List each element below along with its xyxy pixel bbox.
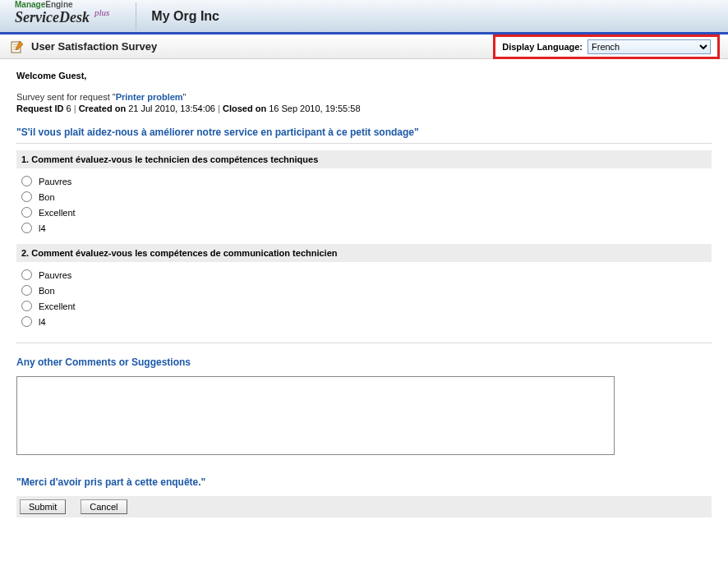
- comments-textarea[interactable]: [16, 376, 615, 455]
- action-bar: Submit Cancel: [16, 496, 712, 517]
- brand-engine: Engine: [45, 0, 72, 9]
- divider: [136, 2, 136, 30]
- q1-option[interactable]: Excellent: [21, 205, 710, 220]
- q1-option[interactable]: l4: [21, 220, 710, 236]
- q2-option[interactable]: Pauvres: [21, 267, 710, 283]
- language-label: Display Language:: [502, 42, 583, 52]
- q2-option[interactable]: l4: [21, 314, 710, 329]
- submit-button[interactable]: Submit: [20, 499, 66, 514]
- thanks-message: "Merci d'avoir pris part à cette enquête…: [16, 476, 712, 488]
- survey-content: Welcome Guest, Survey sent for request "…: [0, 59, 728, 534]
- survey-meta-line2: Request ID 6 | Created on 21 Jul 2010, 1…: [16, 103, 712, 113]
- app-logo: ManageEngine ServiceDesk plus: [0, 0, 121, 32]
- q2-radio[interactable]: [21, 269, 32, 280]
- language-select[interactable]: French: [587, 39, 711, 54]
- question-1-options: Pauvres Bon Excellent l4: [16, 168, 712, 244]
- app-header: ManageEngine ServiceDesk plus My Org Inc: [0, 0, 728, 34]
- org-name: My Org Inc: [151, 9, 219, 24]
- cancel-button[interactable]: Cancel: [81, 499, 127, 514]
- q1-option[interactable]: Pauvres: [21, 173, 710, 189]
- q1-radio[interactable]: [21, 223, 32, 233]
- welcome-text: Welcome Guest,: [16, 71, 712, 80]
- survey-intro: "S'il vous plaît aidez-nous à améliorer …: [16, 126, 712, 144]
- comments-heading: Any other Comments or Suggestions: [16, 343, 712, 368]
- q2-radio[interactable]: [21, 301, 32, 311]
- q1-option[interactable]: Bon: [21, 189, 710, 205]
- q2-option[interactable]: Excellent: [21, 298, 710, 314]
- question-1-heading: 1. Comment évaluez-vous le technicien de…: [16, 150, 712, 168]
- question-2-heading: 2. Comment évaluez-vous les compétences …: [16, 244, 712, 262]
- q1-radio[interactable]: [21, 191, 32, 202]
- survey-icon: [10, 39, 25, 54]
- language-selector-box: Display Language: French: [493, 34, 720, 59]
- q1-radio[interactable]: [21, 207, 32, 218]
- brand-servicedesk: ServiceDesk: [15, 9, 90, 26]
- request-title: Printer problem: [116, 92, 183, 102]
- q2-radio[interactable]: [21, 285, 32, 296]
- survey-meta-line1: Survey sent for request "Printer problem…: [16, 92, 712, 102]
- brand-plus: plus: [94, 7, 109, 17]
- q2-radio[interactable]: [21, 316, 32, 327]
- brand-manage: Manage: [15, 0, 45, 9]
- page-titlebar: User Satisfaction Survey Display Languag…: [0, 34, 728, 59]
- page-title: User Satisfaction Survey: [31, 40, 157, 53]
- q1-radio[interactable]: [21, 176, 32, 186]
- question-2-options: Pauvres Bon Excellent l4: [16, 262, 712, 338]
- q2-option[interactable]: Bon: [21, 283, 710, 298]
